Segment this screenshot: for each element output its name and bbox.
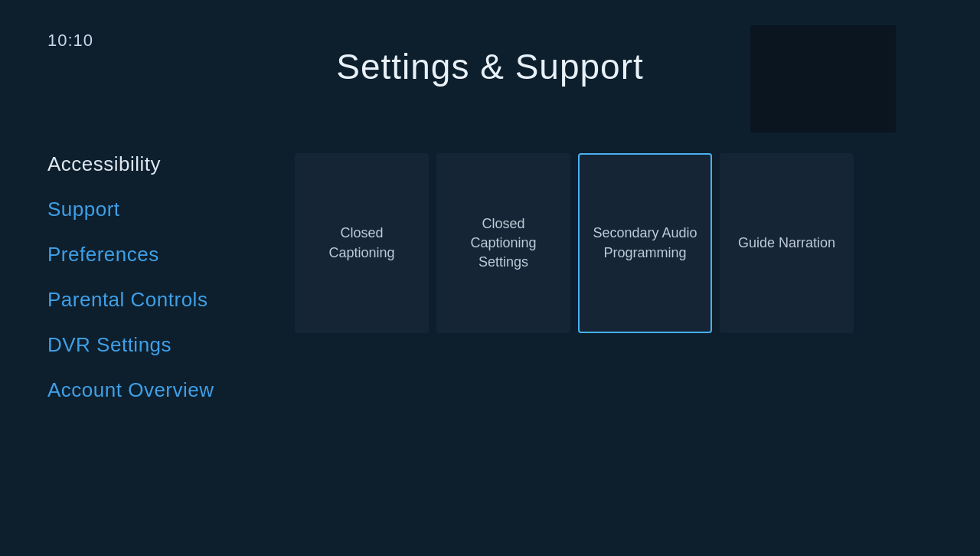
nav-item-account-overview[interactable]: Account Overview: [47, 368, 214, 413]
nav-item-preferences[interactable]: Preferences: [47, 232, 214, 277]
nav-item-accessibility: Accessibility: [47, 142, 214, 187]
nav-item-dvr-settings[interactable]: DVR Settings: [47, 322, 214, 368]
nav-item-parental-controls[interactable]: Parental Controls: [47, 277, 214, 322]
preview-thumbnail: [750, 25, 896, 132]
nav-item-support[interactable]: Support: [47, 187, 214, 232]
left-nav: AccessibilitySupportPreferencesParental …: [47, 142, 214, 413]
card-closed-captioning-settings[interactable]: Closed Captioning Settings: [436, 153, 570, 333]
card-guide-narration[interactable]: Guide Narration: [720, 153, 854, 333]
card-closed-captioning[interactable]: Closed Captioning: [295, 153, 429, 333]
card-secondary-audio-programming[interactable]: Secondary Audio Programming: [578, 153, 712, 333]
cards-area: Closed CaptioningClosed Captioning Setti…: [295, 153, 854, 333]
